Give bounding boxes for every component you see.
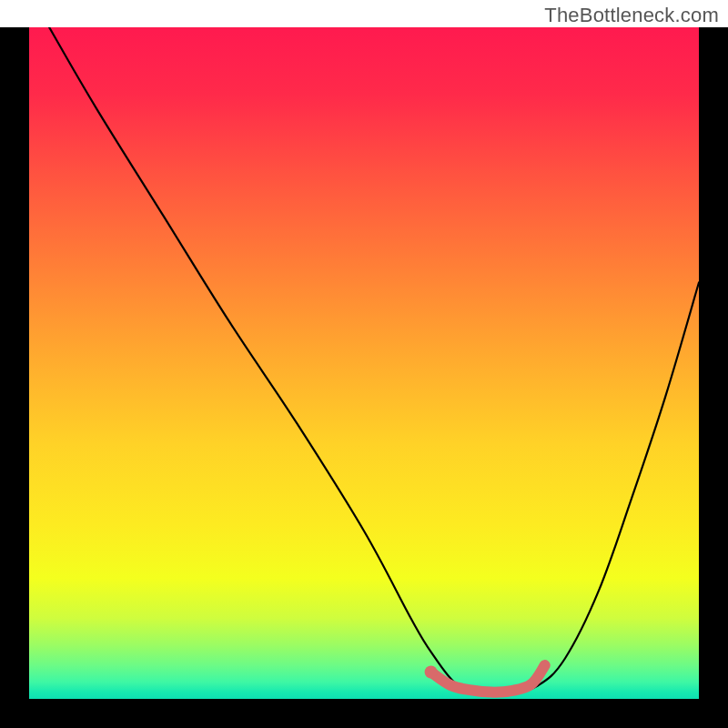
- chart-svg: [29, 27, 699, 699]
- bottleneck-curve-path: [49, 27, 699, 693]
- plot-frame: [0, 27, 728, 728]
- optimal-range-start-dot: [425, 665, 438, 678]
- chart-container: TheBottleneck.com: [0, 0, 728, 728]
- optimal-range-path: [431, 665, 545, 693]
- watermark-label: TheBottleneck.com: [544, 4, 719, 27]
- plot-area: [29, 27, 699, 699]
